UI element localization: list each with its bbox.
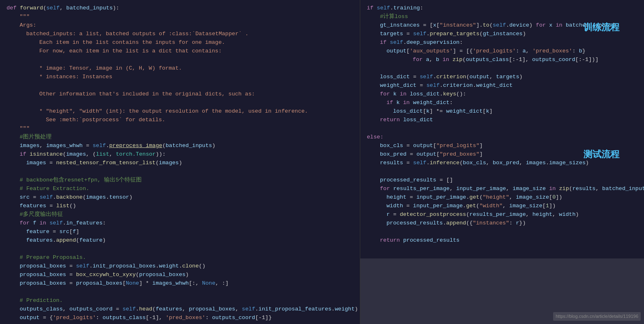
rblank4 <box>360 228 644 236</box>
rline-loss-mul: loss_dict[k] *= weight_dict[k] <box>360 107 644 116</box>
right-code-panel: 训练流程 if self.training: #计算loss gt_instan… <box>360 0 644 324</box>
watermark: https://blog.csdn.cn/article/details/119… <box>553 312 641 321</box>
line-comment-feature: # Feature Extraction. <box>0 185 360 193</box>
rblank1 <box>360 64 644 73</box>
line-proposal1: proposal_boxes = self.init_proposal_boxe… <box>0 262 360 271</box>
rblank3 <box>360 168 644 176</box>
rline-weight-dict: weight_dict = self.criterion.weight_dict <box>360 82 644 90</box>
blank4 <box>0 168 360 176</box>
rline-loss-dict: loss_dict = self.criterion(output, targe… <box>360 73 644 82</box>
line-def: def forward(self, batched_inputs): <box>0 4 360 13</box>
rline-gt-instances: gt_instances = [x["instances"].to(self.d… <box>360 21 644 30</box>
blank2 <box>0 82 360 90</box>
line-output-dict: output = {'pred_logits': outputs_class[-… <box>0 314 360 322</box>
rline-height: height = input_per_image.get("height", i… <box>360 193 644 202</box>
line-proposal2: proposal_boxes = box_cxcywh_to_xyxy(prop… <box>0 271 360 279</box>
rline-for-results: for results_per_image, input_per_image, … <box>360 185 644 193</box>
line-isinstance: if isinstance(images, (list, torch.Tenso… <box>0 150 360 159</box>
rline-r: r = detector_postprocess(results_per_ima… <box>360 211 644 219</box>
line-preprocess: images, images_whwh = self.preprocess_im… <box>0 142 360 150</box>
line-comment-predict: # Prediction. <box>0 297 360 305</box>
rline-results: results = self.inference(box_cls, box_pr… <box>360 159 644 168</box>
line-comment-prepare: # Prepare Proposals. <box>0 254 360 262</box>
rline-if-deep: if self.deep_supervision: <box>360 39 644 47</box>
rline-for-k: for k in loss_dict.keys(): <box>360 90 644 99</box>
line-each-item: Each item in the list contains the input… <box>0 39 360 47</box>
line-for-features: for f in self.in_features: <box>0 219 360 228</box>
line-see-meth: See :meth:`postprocess` for details. <box>0 116 360 125</box>
rline-box-pred: box_pred = output["pred_boxes"] <box>360 150 644 159</box>
rline-if-k: if k in weight_dict: <box>360 99 644 107</box>
rline-processed: processed_results = [] <box>360 176 644 185</box>
left-code-panel: def forward(self, batched_inputs): """ A… <box>0 0 360 324</box>
line-proposal3: proposal_boxes = proposal_boxes[None] * … <box>0 279 360 288</box>
line-batched-desc: batched_inputs: a list, batched outputs … <box>0 30 360 39</box>
line-features-list: features = list() <box>0 202 360 211</box>
rline-comment-loss: #计算loss <box>360 13 644 21</box>
rline-box-cls: box_cls = output["pred_logits"] <box>360 142 644 150</box>
line-src: src = self.backbone(images.tensor) <box>0 193 360 202</box>
line-nested: images = nested_tensor_from_tensor_list(… <box>0 159 360 168</box>
blank1 <box>0 56 360 64</box>
line-height-doc: * "height", "width" (int): the output re… <box>0 107 360 116</box>
rline-append-results: processed_results.append({"instances": r… <box>360 219 644 228</box>
line-outputs: outputs_class, outputs_coord = self.head… <box>0 305 360 314</box>
blank6 <box>0 288 360 297</box>
line-for-now: For now, each item in the list is a dict… <box>0 47 360 56</box>
rline-if-training: if self.training: <box>360 4 644 13</box>
line-image-doc: * image: Tensor, image in (C, H, W) form… <box>0 64 360 73</box>
rblank2 <box>360 125 644 133</box>
rline-else: else: <box>360 133 644 142</box>
line-comment-multi: #多尺度输出特征 <box>0 211 360 219</box>
rline-return-processed: return processed_results <box>360 236 644 245</box>
blank5 <box>0 245 360 254</box>
rline-aux-outputs: output['aux_outputs'] = [{'pred_logits':… <box>360 47 644 56</box>
rline-zip: for a, b in zip(outputs_class[:-1], outp… <box>360 56 644 64</box>
blank3 <box>0 99 360 107</box>
line-features-append: features.append(feature) <box>0 236 360 245</box>
rline-return-loss: return loss_dict <box>360 116 644 125</box>
line-comment-backbone: # backbone包含resnet+fpn, 输出5个特征图 <box>0 176 360 185</box>
line-comment-img: #图片预处理 <box>0 133 360 142</box>
line-args: Args: <box>0 21 360 30</box>
rline-targets: targets = self.prepare_targets(gt_instan… <box>360 30 644 39</box>
line-other-info: Other information that's included in the… <box>0 90 360 99</box>
line-instances-doc: * instances: Instances <box>0 73 360 82</box>
line-docend: """ <box>0 125 360 133</box>
line-feature-src: feature = src[f] <box>0 228 360 236</box>
line-docstart: """ <box>0 13 360 21</box>
rline-width: width = input_per_image.get("width", ima… <box>360 202 644 211</box>
